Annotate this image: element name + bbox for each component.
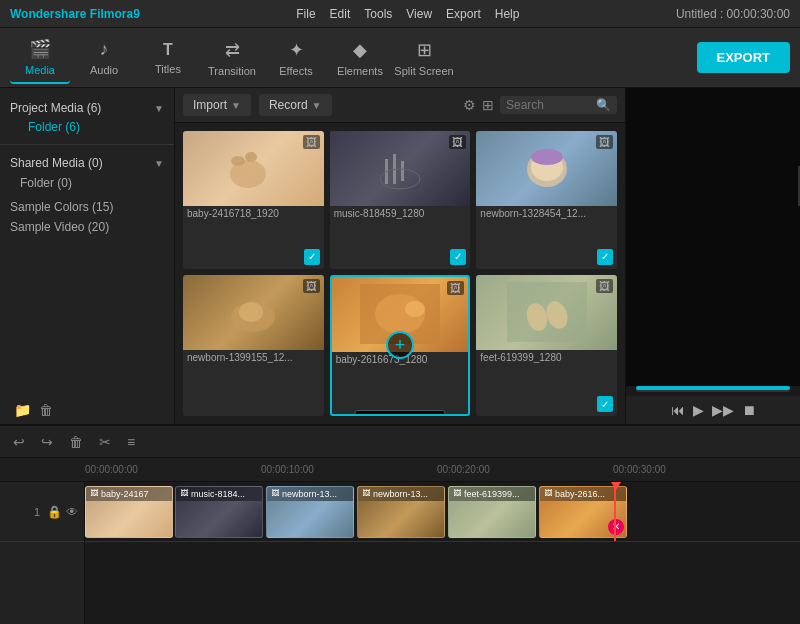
svg-point-9 xyxy=(531,149,563,165)
preview-timeline xyxy=(636,386,790,392)
play-button[interactable]: ▶ xyxy=(693,402,704,418)
toolbar-audio-label: Audio xyxy=(90,64,118,76)
menu-export[interactable]: Export xyxy=(446,7,481,21)
remove-folder-icon[interactable]: 🗑 xyxy=(39,402,53,418)
media-type-icon-newborn2: 🖼 xyxy=(303,279,320,293)
elements-icon: ◆ xyxy=(353,39,367,61)
sidebar-project-media-header[interactable]: Project Media (6) ▼ xyxy=(10,98,164,118)
grid-icon[interactable]: ⊞ xyxy=(482,97,494,113)
chevron-icon2: ▼ xyxy=(154,158,164,169)
clip-header-music1: 🖼 music-8184... xyxy=(176,487,262,501)
ruler-mark-0: 00:00:00:00 xyxy=(85,464,138,475)
menu-tools[interactable]: Tools xyxy=(364,7,392,21)
adjust-button[interactable]: ≡ xyxy=(122,432,140,452)
search-box[interactable]: 🔍 xyxy=(500,96,617,114)
clip-newborn1[interactable]: 🖼 newborn-13... xyxy=(266,486,354,538)
clip-thumb-baby1 xyxy=(86,501,172,537)
thumb-svg-music1 xyxy=(360,139,440,199)
toolbar-transition[interactable]: ⇄ Transition xyxy=(202,32,262,84)
clip-newborn2[interactable]: 🖼 newborn-13... xyxy=(357,486,445,538)
add-to-project-circle: + xyxy=(386,331,414,359)
sidebar-project-media-label: Project Media (6) xyxy=(10,101,101,115)
media-item-feet1[interactable]: 🖼 ✓ feet-619399_1280 xyxy=(476,275,617,417)
add-folder-icon[interactable]: 📁 xyxy=(14,402,31,418)
menu-file[interactable]: File xyxy=(296,7,315,21)
filter-icon[interactable]: ⚙ xyxy=(463,97,476,113)
media-item-newborn2[interactable]: 🖼 newborn-1399155_12... xyxy=(183,275,324,417)
media-label-feet1: feet-619399_1280 xyxy=(476,350,617,366)
sidebar-divider xyxy=(0,144,174,145)
export-button[interactable]: EXPORT xyxy=(697,42,790,73)
menu-bar: File Edit Tools View Export Help xyxy=(296,7,519,21)
track-lock-icon[interactable]: 🔒 xyxy=(47,505,62,519)
delete-clip-button[interactable]: ✕ xyxy=(608,519,624,535)
media-check-baby1: ✓ xyxy=(304,249,320,265)
preview-screen xyxy=(626,88,800,386)
sidebar-folder2[interactable]: Folder (0) xyxy=(10,173,164,193)
clip-thumb-newborn2 xyxy=(358,501,444,537)
sidebar-sample-video[interactable]: Sample Video (20) xyxy=(0,217,174,237)
clip-baby2[interactable]: 🖼 baby-2616... ✕ xyxy=(539,486,627,538)
toolbar-splitscreen[interactable]: ⊞ Split Screen xyxy=(394,32,454,84)
fast-forward-button[interactable]: ▶▶ xyxy=(712,402,734,418)
track-control-1: 1 🔒 👁 xyxy=(0,482,84,542)
media-item-baby2[interactable]: + Add to Project 🖼 baby-2616673_1280 xyxy=(330,275,471,417)
skip-back-button[interactable]: ⏮ xyxy=(671,402,685,418)
topbar: Wondershare Filmora9 File Edit Tools Vie… xyxy=(0,0,800,28)
media-item-newborn1[interactable]: 🖼 ✓ newborn-1328454_12... xyxy=(476,131,617,269)
delete-button[interactable]: 🗑 xyxy=(64,432,88,452)
clip-label-feet1: feet-619399... xyxy=(464,489,520,499)
thumb-svg-feet1 xyxy=(507,282,587,342)
clip-feet1[interactable]: 🖼 feet-619399... xyxy=(448,486,536,538)
toolbar-titles-label: Titles xyxy=(155,63,181,75)
sidebar: Project Media (6) ▼ Folder (6) Shared Me… xyxy=(0,88,175,424)
svg-point-1 xyxy=(231,156,245,166)
media-item-music1[interactable]: 🖼 ✓ music-818459_1280 xyxy=(330,131,471,269)
toolbar-media-label: Media xyxy=(25,64,55,76)
track-content: 🖼 baby-24167 🖼 music-8184... xyxy=(85,482,800,624)
timeline-area: ↩ ↪ 🗑 ✂ ≡ 00:00:00:00 00:00:10:00 00:00:… xyxy=(0,424,800,624)
sidebar-folder[interactable]: Folder (6) xyxy=(10,118,164,136)
track-content-inner: 🖼 baby-24167 🖼 music-8184... xyxy=(85,482,800,624)
record-button[interactable]: Record ▼ xyxy=(259,94,332,116)
undo-button[interactable]: ↩ xyxy=(8,432,30,452)
toolbar-audio[interactable]: ♪ Audio xyxy=(74,32,134,84)
content-toolbar-icons: ⚙ ⊞ 🔍 xyxy=(463,96,617,114)
svg-rect-5 xyxy=(401,161,404,181)
import-button[interactable]: Import ▼ xyxy=(183,94,251,116)
cut-button[interactable]: ✂ xyxy=(94,432,116,452)
media-item-baby1[interactable]: 🖼 ✓ baby-2416718_1920 xyxy=(183,131,324,269)
clip-music1[interactable]: 🖼 music-8184... xyxy=(175,486,263,538)
sidebar-sample-colors[interactable]: Sample Colors (15) xyxy=(0,197,174,217)
sidebar-shared-media-header[interactable]: Shared Media (0) ▼ xyxy=(10,153,164,173)
toolbar: 🎬 Media ♪ Audio T Titles ⇄ Transition ✦ … xyxy=(0,28,800,88)
menu-edit[interactable]: Edit xyxy=(330,7,351,21)
toolbar-effects[interactable]: ✦ Effects xyxy=(266,32,326,84)
thumb-svg-baby1 xyxy=(213,139,293,199)
ruler-mark-3: 00:00:30:00 xyxy=(613,464,666,475)
toolbar-titles[interactable]: T Titles xyxy=(138,32,198,84)
search-input[interactable] xyxy=(506,98,596,112)
preview-controls: ⏮ ▶ ▶▶ ⏹ xyxy=(626,396,800,424)
track-row-1: 🖼 baby-24167 🖼 music-8184... xyxy=(85,482,800,542)
search-icon: 🔍 xyxy=(596,98,611,112)
sidebar-shared-media-label: Shared Media (0) xyxy=(10,156,103,170)
import-label: Import xyxy=(193,98,227,112)
menu-view[interactable]: View xyxy=(406,7,432,21)
menu-help[interactable]: Help xyxy=(495,7,520,21)
toolbar-media[interactable]: 🎬 Media xyxy=(10,32,70,84)
sidebar-project-media-section: Project Media (6) ▼ Folder (6) xyxy=(0,94,174,140)
chevron-icon: ▼ xyxy=(154,103,164,114)
preview-panel: ⏮ ▶ ▶▶ ⏹ xyxy=(625,88,800,424)
redo-button[interactable]: ↪ xyxy=(36,432,58,452)
project-timer: Untitled : 00:00:30:00 xyxy=(676,7,790,21)
media-type-icon-baby1: 🖼 xyxy=(303,135,320,149)
media-icon: 🎬 xyxy=(29,38,51,60)
clip-baby1[interactable]: 🖼 baby-24167 xyxy=(85,486,173,538)
toolbar-elements[interactable]: ◆ Elements xyxy=(330,32,390,84)
clip-label-music1: music-8184... xyxy=(191,489,245,499)
track-eye-icon[interactable]: 👁 xyxy=(66,505,78,519)
stop-button[interactable]: ⏹ xyxy=(742,402,756,418)
transition-icon: ⇄ xyxy=(225,39,240,61)
thumb-svg-newborn1 xyxy=(507,139,587,199)
